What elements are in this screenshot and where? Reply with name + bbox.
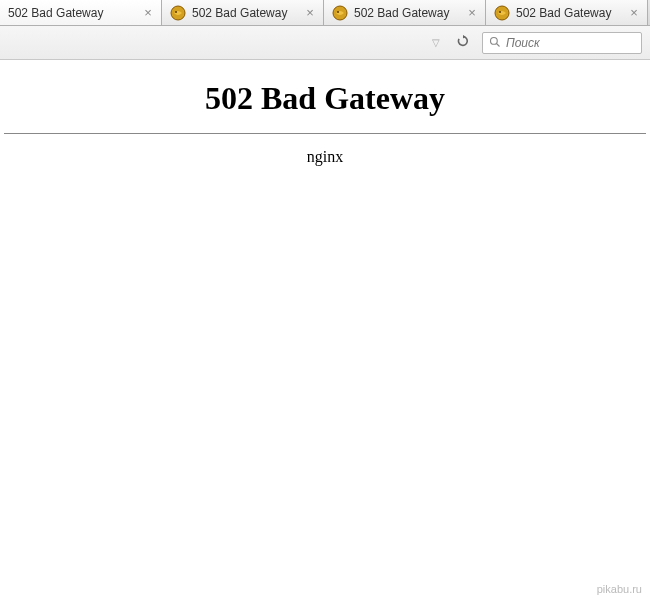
- favicon-icon: [494, 5, 510, 21]
- svg-point-2: [175, 11, 177, 13]
- close-icon[interactable]: ×: [627, 6, 641, 20]
- reload-icon[interactable]: [450, 32, 476, 53]
- tab-title: 502 Bad Gateway: [192, 6, 297, 20]
- close-icon[interactable]: ×: [141, 6, 155, 20]
- search-icon: [489, 34, 501, 52]
- close-icon[interactable]: ×: [465, 6, 479, 20]
- tab-title: 502 Bad Gateway: [354, 6, 459, 20]
- watermark: pikabu.ru: [597, 583, 642, 595]
- dropdown-icon[interactable]: ▽: [428, 35, 444, 50]
- divider: [4, 133, 646, 134]
- svg-line-10: [497, 43, 500, 46]
- svg-point-8: [499, 11, 501, 13]
- favicon-icon: [332, 5, 348, 21]
- tab-3[interactable]: 502 Bad Gateway ×: [486, 0, 648, 25]
- tab-bar: 502 Bad Gateway × 502 Bad Gateway × 502 …: [0, 0, 650, 26]
- tab-title: 502 Bad Gateway: [8, 6, 135, 20]
- close-icon[interactable]: ×: [303, 6, 317, 20]
- svg-point-5: [337, 11, 339, 13]
- search-box[interactable]: [482, 32, 642, 54]
- search-input[interactable]: [506, 36, 635, 50]
- svg-point-9: [491, 37, 498, 44]
- tab-title: 502 Bad Gateway: [516, 6, 621, 20]
- server-name: nginx: [0, 148, 650, 166]
- tab-1[interactable]: 502 Bad Gateway ×: [162, 0, 324, 25]
- tab-2[interactable]: 502 Bad Gateway ×: [324, 0, 486, 25]
- favicon-icon: [170, 5, 186, 21]
- toolbar: ▽: [0, 26, 650, 60]
- error-heading: 502 Bad Gateway: [0, 80, 650, 117]
- tab-0[interactable]: 502 Bad Gateway ×: [0, 0, 162, 25]
- page-content: 502 Bad Gateway nginx: [0, 60, 650, 166]
